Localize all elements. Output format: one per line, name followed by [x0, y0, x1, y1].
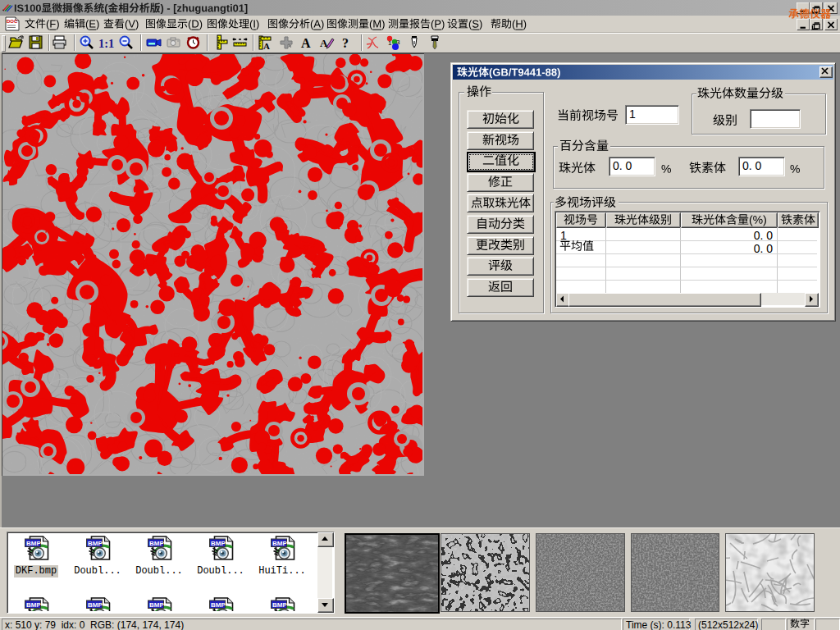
svg-text:DOC: DOC: [7, 19, 18, 24]
svg-text:1:1: 1:1: [98, 37, 114, 50]
svg-text:?: ?: [342, 36, 349, 50]
svg-text:1: 1: [388, 39, 392, 47]
svg-text:A: A: [263, 41, 270, 51]
svg-text:A: A: [301, 36, 311, 50]
